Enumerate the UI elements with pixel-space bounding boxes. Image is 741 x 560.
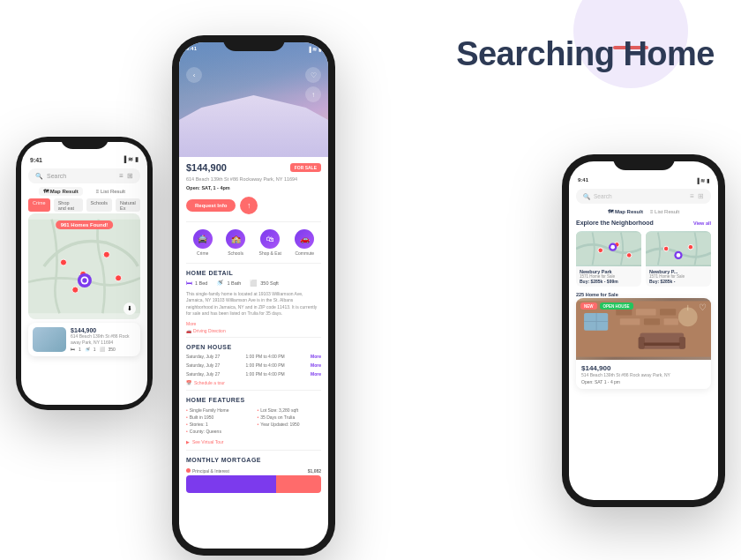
neighborhood-info-2: Newbury P... 1571 Home for Sale Buy: $28… [646,266,711,287]
property-price: $144,900 [71,327,136,333]
featured-home-open: Open: SAT 1 - 4 pm [581,379,706,385]
phone-right-mockup: 9:41 ▐ ≋ ▮ 🔍 Search ≡ ⊞ 🗺 Map Result ≡ L… [562,154,725,507]
share-icon[interactable]: ↑ [305,86,321,102]
phone-left-icons: ▐ ≋ ▮ [122,156,138,163]
hero-action-icons: ♡ ↑ [305,67,321,102]
page-title: Searching Home [456,35,715,74]
mortgage-chart-area: Principal & Interest $1,082 [179,465,328,497]
view-all-link[interactable]: View all [693,220,711,226]
home-detail-row: 🛏 1 Bed 🚿 1 Bath ⬜ 350 Sqft [179,278,328,288]
svg-point-8 [82,278,86,282]
phone-left-mockup: 9:41 ▐ ≋ ▮ 🔍 Search ≡ ⊞ 🗺 Map Result ≡ L… [16,137,153,410]
search-icon: 🔍 [35,173,43,180]
more-link-2[interactable]: More [311,362,321,368]
phone-left-search[interactable]: 🔍 Search ≡ ⊞ [28,168,140,183]
neighborhood-card-1[interactable]: Newbury Park 1571 Home for Sale Buy: $28… [576,231,641,287]
open-house-date-1: Saturday, July 27 [186,354,220,359]
bath-icon: 🚿 [85,347,90,352]
divider-2 [186,263,321,264]
bed-count: 1 [79,347,81,352]
cat-schools[interactable]: 🏫 Schools [226,229,245,256]
featured-home-card[interactable]: NEW OPEN HOUSE ♡ $144,900 514 Beach 139t… [576,298,711,389]
phone-left-tabs: 🗺 Map Result ≡ List Result [28,187,140,196]
more-link-3[interactable]: More [311,371,321,377]
mortgage-chart [186,475,321,493]
chip-crime[interactable]: Crime [28,198,50,212]
sqft-detail-icon: ⬜ [250,280,258,287]
phone-left-map: 961 Homes Found! ⬇ [28,213,140,319]
schedule-tour-link[interactable]: 📅 Schedule a tour [179,378,328,387]
crime-label: Crime [197,250,208,256]
svg-rect-29 [664,318,678,325]
bed-icon: 🛏 [71,347,75,352]
tab-right-map[interactable]: 🗺 Map Result [608,209,643,214]
car-icon: 🚗 [186,328,191,333]
menu-icon[interactable]: ≡ [119,172,124,180]
right-search-icon: 🔍 [583,193,590,200]
request-info-button[interactable]: Request Info [186,199,236,212]
phone-right-search[interactable]: 🔍 Search ≡ ⊞ [576,189,711,204]
right-menu-icon[interactable]: ≡ [690,192,694,200]
hero-icons: ▐ ≋ ▮ [307,46,321,52]
open-house-badge: OPEN HOUSE [600,302,633,310]
open-house-time-2: 1:00 PM to 4:00 PM [246,362,285,368]
property-info: $144,900 614 Beach 139th St #86 Rock awa… [71,327,136,352]
neighborhood-map-svg-1 [576,231,641,266]
svg-point-5 [72,287,79,293]
cat-shop-eat[interactable]: 🛍 Shop & Eat [259,229,281,256]
download-icon[interactable]: ⬇ [124,302,136,315]
cat-commute[interactable]: 🚗 Commute [295,229,314,256]
right-filter-icon[interactable]: ⊞ [698,192,704,200]
action-buttons: Request Info ↑ [179,192,328,219]
svg-point-19 [677,253,681,258]
chip-schools[interactable]: Schools [86,198,113,212]
shop-icon: 🛍 [260,229,280,249]
svg-rect-28 [644,318,660,325]
open-hours: Open: SAT, 1 - 4pm [179,183,328,192]
tab-list-result[interactable]: ≡ List Result [92,187,130,196]
svg-point-3 [103,251,109,258]
map-tab-icon: 🗺 [608,209,613,214]
navigate-button[interactable]: ↑ [240,197,258,214]
feature-4: • County: Queens [186,428,251,435]
feature-5: • Lot Size: 3,280 sqft [258,407,322,414]
open-house-time-1: 1:00 PM to 4:00 PM [246,354,285,359]
driving-direction-link[interactable]: 🚗 Driving Direction [179,327,328,334]
chip-natural[interactable]: Natural Ex [116,198,140,212]
favorite-icon[interactable]: ♡ [305,67,321,83]
svg-point-4 [116,275,122,281]
chip-shop[interactable]: Shop and eat [54,198,83,212]
tab-right-list[interactable]: ≡ List Result [650,209,679,214]
open-house-date-3: Saturday, July 27 [186,371,220,377]
featured-home-address: 514 Beach 139th St #86 Rock away Park, N… [581,372,706,378]
sale-badge: FOR SALE [290,163,321,172]
svg-point-16 [663,246,669,251]
bed-count-detail: 1 Bed [195,280,207,286]
right-search-placeholder: Search [594,193,612,199]
vr-icon: ▶ [186,439,190,444]
filter-icon[interactable]: ⊞ [127,172,133,180]
phone-mid-mockup: 9:41 ▐ ≋ ▮ ‹ ♡ ↑ $144,900 FOR SALE 614 B… [172,35,335,556]
feature-3: • Stories: 1 [186,421,251,428]
phone-mid-screen: 9:41 ▐ ≋ ▮ ‹ ♡ ↑ $144,900 FOR SALE 614 B… [179,42,328,549]
phone-left-property-card[interactable]: $144,900 614 Beach 139th St #86 Rock awa… [28,323,140,356]
cat-crime[interactable]: 🚔 Crime [193,229,213,256]
explore-header: Explore the Neighborhood View all [569,217,718,228]
feature-6: • 35 Days on Trulia [258,414,322,421]
features-col-1: • Single Family Home • Built in 1950 • S… [186,407,251,435]
chart-segment-principal [186,475,276,493]
more-link-1[interactable]: More [311,354,321,359]
feature-1: • Single Family Home [186,407,251,414]
more-link[interactable]: More [179,320,328,327]
neighborhood-card-2[interactable]: Newbury P... 1571 Home for Sale Buy: $28… [646,231,711,287]
svg-point-12 [626,253,632,258]
favorite-heart-icon[interactable]: ♡ [699,302,707,312]
tab-map-result[interactable]: 🗺 Map Result [39,187,83,196]
price-bar: $144,900 FOR SALE [179,157,328,176]
property-hero-image: 9:41 ▐ ≋ ▮ ‹ ♡ ↑ [179,42,328,157]
commute-icon: 🚗 [295,229,314,249]
back-button[interactable]: ‹ [186,67,202,83]
featured-home-info: $144,900 514 Beach 139th St #86 Rock awa… [576,360,711,389]
virtual-tour-link[interactable]: ▶ See Virtual Tour [179,437,328,447]
neighborhood-price-2: Buy: $285k - [649,279,707,284]
